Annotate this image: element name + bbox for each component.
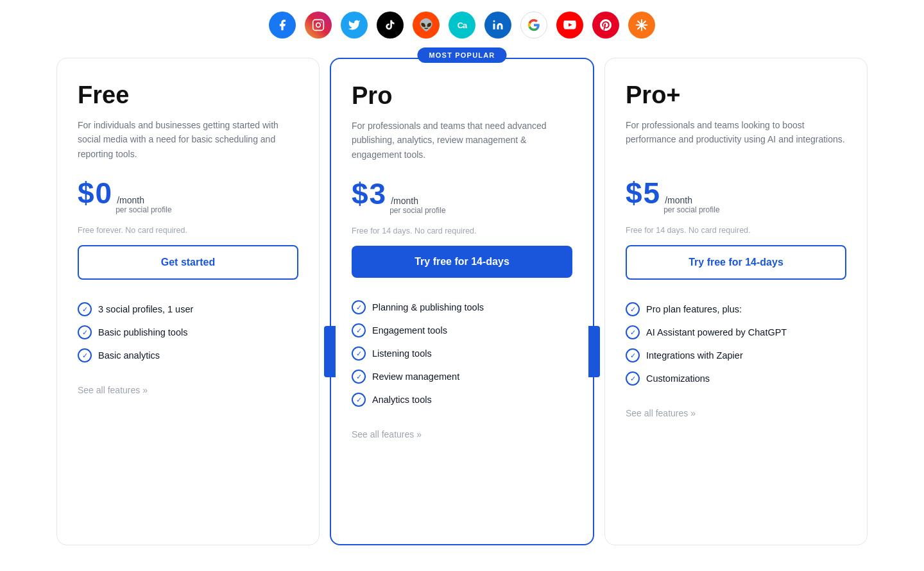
canva-icon[interactable]: Ca bbox=[449, 12, 475, 38]
proplus-feature-4: ✓ Customizations bbox=[626, 367, 846, 390]
free-price-note: Free forever. No card required. bbox=[78, 226, 298, 235]
free-feature-1: ✓ 3 social profiles, 1 user bbox=[78, 298, 298, 321]
reddit-icon[interactable]: 👽 bbox=[413, 12, 440, 38]
free-cta-button[interactable]: Get started bbox=[78, 245, 298, 280]
pro-plan-description: For professionals and teams that need ad… bbox=[352, 119, 572, 164]
free-plan-card: Free For individuals and businesses gett… bbox=[56, 58, 320, 545]
pro-check-icon-3: ✓ bbox=[352, 346, 366, 361]
pro-feature-list: ✓ Planning & publishing tools ✓ Engageme… bbox=[352, 296, 572, 411]
svg-point-3 bbox=[493, 21, 495, 22]
proplus-plan-name: Pro+ bbox=[626, 81, 846, 109]
most-popular-badge: MOST POPULAR bbox=[417, 47, 506, 63]
proplus-cta-button[interactable]: Try free for 14-days bbox=[626, 245, 846, 280]
svg-point-1 bbox=[316, 23, 321, 28]
proplus-price-row: $ 5 /month per social profile bbox=[626, 178, 846, 222]
facebook-icon[interactable] bbox=[269, 12, 296, 38]
free-feature-list: ✓ 3 social profiles, 1 user ✓ Basic publ… bbox=[78, 298, 298, 367]
proplus-see-all-features[interactable]: See all features » bbox=[626, 408, 696, 418]
svg-rect-0 bbox=[313, 20, 324, 31]
instagram-icon[interactable] bbox=[305, 12, 332, 38]
free-see-all-features[interactable]: See all features » bbox=[78, 385, 148, 395]
free-plan-name: Free bbox=[78, 81, 298, 109]
pro-check-icon-2: ✓ bbox=[352, 323, 366, 337]
proplus-plan-card: Pro+ For professionals and teams looking… bbox=[604, 58, 868, 545]
proplus-check-icon-4: ✓ bbox=[626, 371, 640, 386]
proplus-feature-list: ✓ Pro plan features, plus: ✓ AI Assistan… bbox=[626, 298, 846, 390]
pro-feature-4: ✓ Review management bbox=[352, 365, 572, 388]
free-price-amount: 0 bbox=[96, 178, 112, 208]
proplus-price-dollar: $ bbox=[626, 178, 642, 208]
pro-feature-2: ✓ Engagement tools bbox=[352, 319, 572, 342]
youtube-icon[interactable] bbox=[556, 12, 583, 38]
pro-plan-name: Pro bbox=[352, 82, 572, 110]
pro-price-sub: per social profile bbox=[389, 206, 445, 215]
free-price-period: /month bbox=[117, 195, 171, 205]
svg-point-2 bbox=[321, 22, 322, 23]
proplus-price-amount: 5 bbox=[644, 178, 660, 208]
proplus-check-icon-2: ✓ bbox=[626, 325, 640, 339]
free-price-sub: per social profile bbox=[116, 205, 171, 214]
asterisk-icon[interactable] bbox=[628, 12, 655, 38]
pro-price-period: /month bbox=[391, 196, 445, 206]
pricing-container: Free For individuals and businesses gett… bbox=[26, 58, 898, 545]
pro-feature-3: ✓ Listening tools bbox=[352, 342, 572, 365]
proplus-feature-1: ✓ Pro plan features, plus: bbox=[626, 298, 846, 321]
free-price-row: $ 0 /month per social profile bbox=[78, 178, 298, 222]
pro-price-note: Free for 14 days. No card required. bbox=[352, 226, 572, 235]
pro-feature-1: ✓ Planning & publishing tools bbox=[352, 296, 572, 319]
free-price-dollar: $ bbox=[78, 178, 94, 208]
check-icon-3: ✓ bbox=[78, 348, 92, 362]
pro-check-icon-1: ✓ bbox=[352, 300, 366, 314]
pro-see-all-features[interactable]: See all features » bbox=[352, 429, 422, 439]
pinterest-icon[interactable] bbox=[592, 12, 619, 38]
proplus-price-note: Free for 14 days. No card required. bbox=[626, 226, 846, 235]
pro-price-amount: 3 bbox=[370, 179, 386, 209]
check-icon-2: ✓ bbox=[78, 325, 92, 339]
free-feature-3: ✓ Basic analytics bbox=[78, 344, 298, 367]
pro-price-dollar: $ bbox=[352, 179, 368, 209]
pro-cta-button[interactable]: Try free for 14-days bbox=[352, 246, 572, 278]
pro-plan-card: MOST POPULAR Pro For professionals and t… bbox=[330, 58, 594, 545]
proplus-feature-2: ✓ AI Assistant powered by ChatGPT bbox=[626, 321, 846, 344]
tiktok-icon[interactable] bbox=[377, 12, 404, 38]
free-feature-2: ✓ Basic publishing tools bbox=[78, 321, 298, 344]
google-icon[interactable] bbox=[520, 12, 547, 38]
proplus-check-icon-1: ✓ bbox=[626, 302, 640, 316]
free-plan-description: For individuals and businesses getting s… bbox=[78, 118, 298, 163]
pro-feature-5: ✓ Analytics tools bbox=[352, 388, 572, 411]
proplus-price-period: /month bbox=[665, 195, 719, 205]
proplus-check-icon-3: ✓ bbox=[626, 348, 640, 362]
pro-price-row: $ 3 /month per social profile bbox=[352, 179, 572, 223]
pro-check-icon-5: ✓ bbox=[352, 393, 366, 407]
pro-check-icon-4: ✓ bbox=[352, 370, 366, 384]
linkedin-icon[interactable] bbox=[484, 12, 511, 38]
proplus-plan-description: For professionals and teams looking to b… bbox=[626, 118, 846, 163]
proplus-feature-3: ✓ Integrations with Zapier bbox=[626, 344, 846, 367]
check-icon-1: ✓ bbox=[78, 302, 92, 316]
twitter-icon[interactable] bbox=[341, 12, 368, 38]
proplus-price-sub: per social profile bbox=[663, 205, 719, 214]
